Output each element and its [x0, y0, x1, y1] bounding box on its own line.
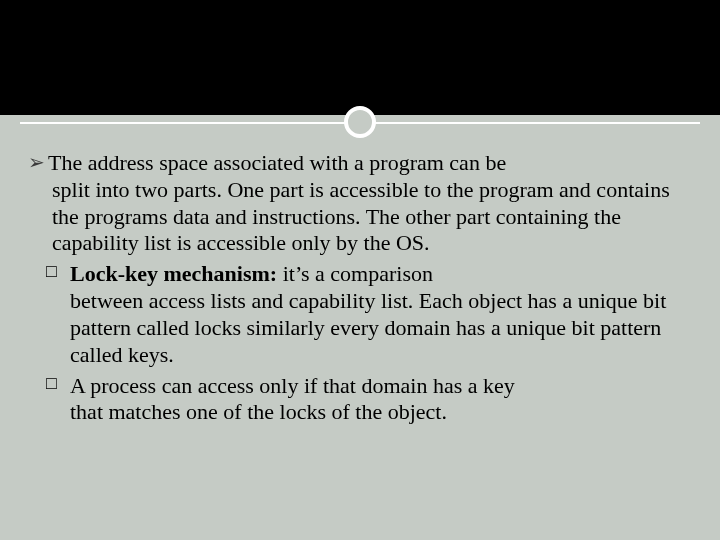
slide: ➢The address space associated with a pro…: [0, 0, 720, 540]
bullet-item: □Lock-key mechanism: it’s a comparison b…: [28, 261, 692, 368]
bullet-text-continued: that matches one of the locks of the obj…: [28, 399, 692, 426]
bullet-text: Lock-key mechanism: it’s a comparison: [70, 261, 433, 286]
bullet-text-tail: it’s a comparison: [277, 261, 433, 286]
arrow-bullet-icon: ➢: [28, 150, 48, 174]
bullet-item: □A process can access only if that domai…: [28, 373, 692, 427]
decorative-circle: [344, 106, 376, 138]
content-area: ➢The address space associated with a pro…: [28, 150, 692, 430]
bullet-text-continued: between access lists and capability list…: [28, 288, 692, 368]
bullet-text: A process can access only if that domain…: [70, 373, 515, 398]
bullet-text: The address space associated with a prog…: [48, 150, 506, 175]
square-bullet-icon: □: [28, 261, 70, 283]
bullet-bold-label: Lock-key mechanism:: [70, 261, 277, 286]
title-band: [0, 0, 720, 115]
bullet-text-continued: split into two parts. One part is access…: [28, 177, 692, 257]
square-bullet-icon: □: [28, 373, 70, 395]
bullet-item: ➢The address space associated with a pro…: [28, 150, 692, 257]
